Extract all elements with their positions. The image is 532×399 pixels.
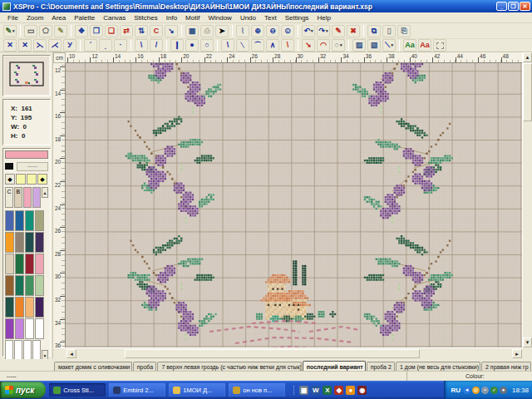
zoom-in-button[interactable]: ⊕ — [251, 25, 264, 37]
backstitch-2-button[interactable]: ﹨ — [236, 39, 249, 52]
petite-stitch-1-button[interactable]: ´ — [84, 39, 97, 52]
palette-swatch[interactable] — [15, 232, 24, 253]
needle-button[interactable]: ⌇ — [236, 25, 249, 37]
current-color-swatch[interactable] — [5, 150, 48, 159]
pointer-button[interactable]: ➤ — [215, 25, 229, 37]
pattern-tab-3[interactable]: 7 верхн левая гроздь (с частью ниж ветки… — [157, 362, 301, 371]
palette-scroll-up-button[interactable]: ▲ — [42, 187, 48, 198]
pattern-tab-7[interactable]: 2 правая ниж гр — [481, 362, 531, 371]
palette-swatch[interactable] — [25, 254, 34, 274]
motif-fill-button[interactable]: ▨ — [352, 39, 366, 52]
quick-swatch-2[interactable] — [16, 174, 26, 185]
three-quarter-stitch-2-button[interactable]: ⋋ — [33, 39, 47, 52]
menu-palette[interactable]: Palette — [70, 13, 99, 22]
vertical-scroll-thumb[interactable] — [523, 63, 532, 121]
design-canvas[interactable] — [66, 63, 522, 347]
palette-swatch[interactable] — [25, 297, 34, 318]
palette-swatch[interactable] — [5, 254, 14, 274]
full-cross-stitch-button[interactable]: ✕ — [3, 39, 17, 52]
palette-swatch[interactable] — [5, 275, 14, 296]
mirror-vertical-button[interactable]: ⇅ — [135, 25, 148, 37]
backstitch-red-button[interactable]: \ — [281, 39, 294, 52]
maroon-app-icon[interactable]: ◉ — [357, 386, 367, 395]
horizontal-scrollbar[interactable]: ◄ ► — [53, 347, 522, 359]
scroll-up-button[interactable]: ▲ — [523, 52, 532, 62]
vertical-scrollbar[interactable]: ▲ ▼ — [522, 52, 532, 347]
pattern-tab-5[interactable]: проба 2 — [367, 362, 395, 371]
menu-motif[interactable]: Motif — [181, 13, 204, 22]
menu-text[interactable]: Text — [260, 13, 281, 22]
undo-button[interactable]: ↶▾ — [302, 25, 315, 37]
pattern-preview[interactable] — [2, 55, 51, 96]
print-disabled-button[interactable]: ⎙ — [200, 25, 214, 37]
three-quarter-stitch-1-button[interactable]: ✕ — [18, 39, 32, 52]
tray-orange-icon[interactable]: @ — [472, 387, 480, 394]
word-icon[interactable]: W — [311, 386, 320, 395]
palette-swatch[interactable] — [32, 187, 41, 208]
motif-pattern-button[interactable]: ▧ — [367, 39, 381, 52]
redo-dropdown-icon[interactable]: ▾ — [326, 26, 328, 37]
animate-button[interactable]: ▦ — [185, 25, 199, 37]
petite-stitch-2-button[interactable]: ͵ — [99, 39, 112, 52]
menu-area[interactable]: Area — [47, 13, 70, 22]
taskbar-task-2[interactable]: Embird 2... — [109, 383, 165, 397]
menu-stitches[interactable]: Stitches — [130, 13, 161, 22]
quick-swatch-1[interactable]: ◆ — [5, 174, 15, 185]
text-tool-red-button[interactable]: Aa — [418, 39, 431, 52]
palette-swatch[interactable] — [35, 297, 44, 318]
scroll-left-button[interactable]: ◄ — [66, 349, 76, 358]
palette-swatch[interactable] — [5, 297, 14, 318]
language-indicator[interactable]: RU — [451, 387, 461, 394]
quick-swatch-4[interactable]: ◆ — [37, 174, 47, 185]
start-button[interactable]: пуск — [0, 382, 46, 398]
maximize-button[interactable]: ❐ — [508, 2, 519, 11]
tray-green-icon[interactable]: ✓ — [490, 387, 498, 394]
palette-swatch[interactable] — [15, 275, 24, 296]
rect-select-button[interactable]: ▭ — [24, 25, 37, 37]
taskbar-task-3[interactable]: 1МОИ Д... — [169, 383, 225, 397]
backstitch-curve-button[interactable]: ⌒ — [251, 39, 264, 52]
edit-pencil-button[interactable]: ✎ — [332, 25, 345, 37]
delete-button[interactable]: ✖ — [347, 25, 360, 37]
palette-swatch[interactable] — [5, 340, 13, 361]
menu-help[interactable]: Help — [313, 13, 335, 22]
copy-page-button[interactable]: ⧉ — [367, 25, 381, 37]
palette-swatch[interactable] — [25, 232, 34, 253]
line-style-button[interactable]: ⟍▾ — [382, 39, 396, 52]
palette-swatch[interactable] — [14, 340, 22, 361]
palette-swatch[interactable] — [15, 210, 24, 231]
bead-filled-button[interactable]: ● — [185, 39, 199, 52]
menu-zoom[interactable]: Zoom — [22, 13, 47, 22]
tray-chevron-icon[interactable]: ◄ — [463, 387, 470, 394]
circle-tool-dropdown-icon[interactable]: ▾ — [340, 40, 342, 51]
backstitch-1-button[interactable]: \ — [221, 39, 234, 52]
tray-gray-icon[interactable]: ▪ — [481, 387, 489, 394]
menu-info[interactable]: Info — [162, 13, 181, 22]
selection-marquee-button[interactable] — [433, 39, 446, 52]
palette-swatch[interactable] — [35, 254, 44, 274]
rotate-button[interactable]: C — [150, 25, 163, 37]
undo-dropdown-icon[interactable]: ▾ — [311, 26, 313, 37]
palette-swatch[interactable] — [15, 297, 24, 318]
black-color-swatch[interactable] — [5, 163, 13, 170]
redo-button[interactable]: ↷▾ — [317, 25, 330, 37]
bead-outline-button[interactable]: ○ — [200, 39, 214, 52]
palette-swatch[interactable] — [35, 232, 44, 253]
petite-stitch-3-button[interactable]: · — [114, 39, 127, 52]
palette-swatch[interactable] — [25, 210, 34, 231]
text-tool-green-button[interactable]: Aa — [403, 39, 416, 52]
excel-icon[interactable]: X — [323, 386, 332, 395]
minimize-button[interactable]: _ — [496, 2, 507, 11]
orange-app-icon[interactable]: ● — [346, 386, 355, 395]
move-motif-button[interactable]: ✥ — [75, 25, 88, 37]
palette-swatch[interactable] — [35, 210, 44, 231]
close-button[interactable]: ✕ — [520, 2, 530, 11]
no-color-button[interactable]: ------ — [17, 162, 48, 171]
french-knot-button[interactable]: ❙ — [170, 39, 184, 52]
palette-swatch[interactable] — [5, 210, 14, 231]
new-page-button[interactable]: ▯ — [382, 25, 396, 37]
polygon-select-button[interactable]: ⬠ — [39, 25, 52, 37]
library-button[interactable]: ⎘ — [397, 25, 411, 37]
palette-swatch[interactable] — [32, 340, 41, 361]
pattern-tab-1[interactable]: макет домик с оливочками — [54, 362, 132, 371]
